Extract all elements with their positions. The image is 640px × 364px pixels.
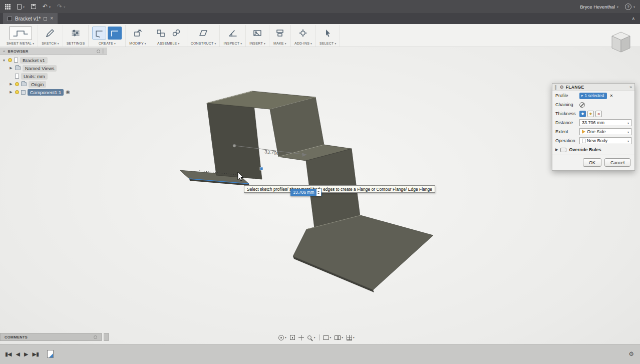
distance-label: Distance xyxy=(555,120,579,125)
create-menu-label[interactable]: CREATE▾ xyxy=(99,42,116,45)
browser-item-label[interactable]: Named Views xyxy=(23,65,57,72)
undo-button[interactable]: ↶▾ xyxy=(43,4,51,10)
collapse-arrow-icon[interactable]: ▶ xyxy=(9,66,13,70)
browser-item-root[interactable]: ▼ Bracket v1 xyxy=(2,56,70,64)
go-to-start-button[interactable]: ▮◀ xyxy=(5,351,12,357)
tab-restore-icon[interactable] xyxy=(44,17,47,21)
settings-menu-label[interactable]: SETTINGS xyxy=(67,42,85,45)
modify-button[interactable] xyxy=(131,27,145,40)
settings-button[interactable] xyxy=(69,27,83,40)
select-menu-label[interactable]: SELECT▾ xyxy=(319,42,336,45)
layout-tool[interactable]: ▾ xyxy=(335,335,343,340)
extent-select[interactable]: One Side▾ xyxy=(579,128,631,135)
override-rules-row[interactable]: ▶ Override Rules xyxy=(552,145,634,154)
pan-tool[interactable] xyxy=(298,335,304,340)
collapse-arrow-icon[interactable]: ▶ xyxy=(9,82,13,86)
assemble-menu-label[interactable]: ASSEMBLE▾ xyxy=(157,42,179,45)
viewports-tool[interactable]: ▾ xyxy=(347,335,355,340)
expand-arrow-icon[interactable]: ▼ xyxy=(2,59,6,62)
tab-close-icon[interactable]: × xyxy=(50,16,53,21)
help-menu[interactable]: ?▾ xyxy=(625,4,635,10)
collapse-ribbon-icon[interactable]: ∧ xyxy=(631,16,635,21)
visibility-bulb-icon[interactable] xyxy=(8,58,12,62)
browser-item-component1[interactable]: ▶ Component1:1 ◉ xyxy=(9,88,70,96)
ribbon-group-inspect: INSPECT▾ xyxy=(220,25,246,47)
comments-toggle-icon[interactable] xyxy=(94,335,97,339)
view-cube[interactable] xyxy=(607,28,635,58)
sheet-metal-icon xyxy=(12,28,29,38)
collapse-browser-icon[interactable]: « xyxy=(3,49,5,54)
add-ins-menu-label[interactable]: ADD-INS▾ xyxy=(294,42,312,45)
model-bottom-flange-face[interactable] xyxy=(293,215,433,290)
make-button[interactable] xyxy=(273,27,287,40)
browser-item-label[interactable]: Bracket v1 xyxy=(20,57,48,64)
browser-item-origin[interactable]: ▶ Origin xyxy=(9,80,70,88)
clear-selection-icon[interactable]: × xyxy=(610,93,612,98)
browser-display-toggle-icon[interactable] xyxy=(97,50,100,53)
ok-button[interactable]: OK xyxy=(583,158,601,167)
thickness-inside-icon[interactable]: ◆ xyxy=(579,111,586,117)
display-settings-tool[interactable]: ▾ xyxy=(323,335,332,340)
browser-item-named-views[interactable]: ▶ Named Views xyxy=(9,64,70,72)
comments-grip[interactable] xyxy=(104,333,109,341)
flange-command-active-button[interactable] xyxy=(108,27,122,40)
workspace-selector-label[interactable]: SHEET METAL▾ xyxy=(7,42,34,45)
construct-button[interactable] xyxy=(196,27,210,40)
spinner-icon[interactable] xyxy=(316,191,321,194)
step-forward-button[interactable]: ▶ xyxy=(24,351,28,357)
browser-panel-header[interactable]: « BROWSER xyxy=(0,48,107,55)
expand-override-icon[interactable]: ▶ xyxy=(555,148,558,152)
user-account-menu[interactable]: Bryce Heventhal▾ xyxy=(580,4,618,10)
comments-panel-header[interactable]: COMMENTS xyxy=(0,333,102,341)
new-component-button[interactable] xyxy=(154,27,168,40)
zoom-tool[interactable]: ▾ xyxy=(307,335,315,339)
redo-button[interactable]: ↷▾ xyxy=(57,4,65,10)
browser-grip-icon[interactable] xyxy=(103,49,104,54)
flange-dialog-header[interactable]: ▌ ⚙ FLANGE » xyxy=(552,84,634,91)
timeline-settings-gear-icon[interactable]: ⚙ xyxy=(628,350,634,357)
browser-item-label[interactable]: Units: mm xyxy=(21,73,48,80)
distance-input[interactable]: 33.706 mm▾ xyxy=(579,119,631,126)
look-at-tool[interactable] xyxy=(290,335,295,340)
joint-button[interactable] xyxy=(169,27,183,40)
caret-down-icon: ▾ xyxy=(310,42,312,45)
collapse-arrow-icon[interactable]: ▶ xyxy=(9,90,13,94)
insert-button[interactable] xyxy=(250,27,264,40)
step-back-button[interactable]: ◀ xyxy=(16,351,20,357)
cancel-button[interactable]: Cancel xyxy=(604,158,630,167)
profile-selection-chip[interactable]: ▸1 selected xyxy=(579,93,607,99)
dimension-input[interactable]: 33.706 mm xyxy=(290,189,322,196)
browser-item-units[interactable]: Units: mm xyxy=(9,72,70,80)
flange-command-button[interactable] xyxy=(92,27,106,40)
add-ins-button[interactable] xyxy=(296,27,310,40)
select-button[interactable] xyxy=(321,27,335,40)
dialog-pin-icon[interactable]: » xyxy=(629,85,632,90)
ground-icon[interactable]: ◉ xyxy=(66,90,70,95)
create-sketch-button[interactable] xyxy=(43,27,57,40)
thickness-middle-icon[interactable]: ◆ xyxy=(587,111,594,117)
go-to-end-button[interactable]: ▶▮ xyxy=(32,351,39,357)
sketch-menu-label[interactable]: SKETCH▾ xyxy=(42,42,59,45)
visibility-bulb-icon[interactable] xyxy=(15,90,19,94)
tab-bracket-v1[interactable]: Bracket v1* × xyxy=(3,13,58,24)
undo-caret-icon: ▾ xyxy=(49,5,51,9)
browser-item-label-selected[interactable]: Component1:1 xyxy=(28,89,64,96)
construct-menu-label[interactable]: CONSTRUCT▾ xyxy=(191,42,216,45)
app-grid-icon[interactable] xyxy=(5,4,11,10)
operation-select[interactable]: New Body▾ xyxy=(579,137,631,144)
thickness-override-icon[interactable]: × xyxy=(595,111,602,117)
modify-menu-label[interactable]: MODIFY▾ xyxy=(129,42,146,45)
make-menu-label[interactable]: MAKE▾ xyxy=(273,42,286,45)
drag-handle[interactable] xyxy=(260,167,263,170)
inspect-button[interactable] xyxy=(226,27,240,40)
visibility-bulb-icon[interactable] xyxy=(15,82,19,86)
chaining-toggle-icon[interactable] xyxy=(579,102,585,108)
flange-feature-marker[interactable] xyxy=(47,350,54,358)
orbit-tool[interactable]: ▾ xyxy=(278,335,286,340)
browser-item-label[interactable]: Origin xyxy=(29,81,46,88)
inspect-menu-label[interactable]: INSPECT▾ xyxy=(223,42,242,45)
insert-menu-label[interactable]: INSERT▾ xyxy=(249,42,265,45)
file-menu[interactable]: ▾ xyxy=(17,4,25,10)
save-button[interactable] xyxy=(31,4,36,9)
workspace-sheet-metal-button[interactable] xyxy=(9,26,32,40)
